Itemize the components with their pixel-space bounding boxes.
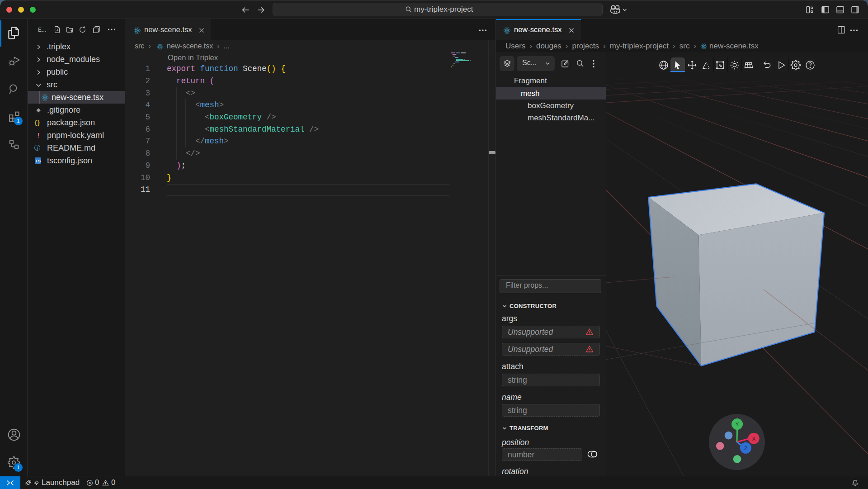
svg-text:Y: Y [736,422,739,427]
svg-text:Z: Z [744,446,747,451]
svg-text:X: X [752,436,756,442]
